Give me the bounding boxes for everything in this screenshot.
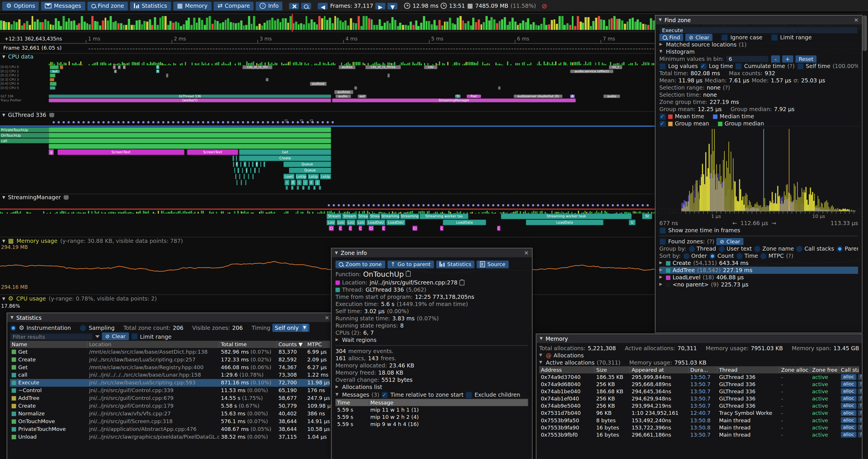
zone[interactable]: LoU: [327, 220, 336, 225]
frame-bar[interactable]: [522, 21, 524, 30]
sample-dot[interactable]: [152, 121, 155, 124]
frame-bar[interactable]: [608, 20, 610, 30]
sample-dot[interactable]: [557, 204, 559, 206]
sample-dot[interactable]: [502, 204, 504, 206]
sample-dot[interactable]: [482, 204, 485, 206]
frame-bar[interactable]: [441, 25, 443, 30]
frame-bar[interactable]: [253, 16, 255, 30]
frame-bar[interactable]: [264, 22, 266, 30]
zone[interactable]: [252, 174, 254, 179]
frame-bar[interactable]: [593, 21, 595, 30]
frame-bar[interactable]: [467, 21, 469, 30]
active-allocations-toggle[interactable]: ▼Active allocations(70,311) Memory usage…: [539, 359, 859, 366]
frame-bar[interactable]: [436, 26, 438, 30]
sample-dot[interactable]: [587, 204, 589, 206]
frame-bar[interactable]: [551, 20, 553, 30]
zone[interactable]: C: [349, 226, 352, 230]
time-relative-checkbox[interactable]: [381, 392, 388, 398]
frame-bar[interactable]: [89, 24, 91, 30]
frame-bar[interactable]: [162, 16, 164, 30]
histogram-bar[interactable]: [773, 203, 774, 211]
zone[interactable]: LoadDaU: [386, 220, 405, 225]
histogram-bar[interactable]: [714, 129, 715, 211]
frame-bar[interactable]: [258, 24, 260, 30]
filter-icon[interactable]: [95, 335, 99, 338]
message-row[interactable]: 5.59 smip 10 w 2 h 2 (4): [336, 413, 528, 421]
frame-bar[interactable]: [504, 17, 506, 30]
frame-bar[interactable]: [222, 22, 224, 30]
copy-icon[interactable]: [460, 280, 465, 285]
frame-bar[interactable]: [365, 16, 367, 30]
histogram-bar[interactable]: [838, 209, 839, 211]
frame-bar[interactable]: [381, 26, 383, 30]
close-icon[interactable]: ✕: [854, 17, 859, 23]
group-by-radio[interactable]: Thread: [688, 245, 716, 252]
frame-bar[interactable]: [81, 16, 83, 30]
sample-dot[interactable]: [232, 121, 235, 124]
sample-dot[interactable]: [562, 204, 564, 206]
memory-usage-header[interactable]: ▼ Memory usage (y-range: 30.88 KB, visib…: [2, 237, 183, 244]
zone[interactable]: LoiUp: [296, 174, 307, 179]
frame-bar[interactable]: [493, 20, 495, 30]
frame-bar[interactable]: [209, 16, 211, 30]
frame-bar[interactable]: [459, 16, 461, 30]
sample-dot[interactable]: [272, 121, 274, 124]
histogram-bar[interactable]: [803, 192, 803, 211]
cpu-zone[interactable]: aut: [358, 94, 367, 98]
frame-bar[interactable]: [298, 24, 300, 30]
zone-info-titlebar[interactable]: ▼Zone info ✕: [332, 248, 532, 257]
zone[interactable]: Queue: [289, 168, 331, 173]
frame-bar[interactable]: [600, 20, 602, 30]
histogram-bar[interactable]: [711, 154, 711, 211]
alloc-callstack-button[interactable]: alloc: [841, 396, 857, 402]
frame-bar[interactable]: [230, 22, 232, 30]
zone[interactable]: E: [309, 180, 314, 185]
histogram-bar[interactable]: [805, 192, 805, 211]
zone[interactable]: [248, 174, 249, 179]
frame-bar[interactable]: [8, 22, 10, 30]
frame-bar[interactable]: [149, 19, 151, 30]
sample-dot[interactable]: [368, 204, 370, 206]
frame-bar[interactable]: [449, 18, 451, 30]
frame-bar[interactable]: [180, 26, 182, 30]
histogram-bar[interactable]: [697, 181, 698, 211]
statistics-row[interactable]: Create jni/../jni/src/guif/Control.cpp:1…: [10, 402, 330, 410]
histogram-bar[interactable]: [808, 205, 809, 211]
histogram-bar[interactable]: [766, 207, 766, 211]
sample-dot[interactable]: [162, 121, 164, 124]
found-zone-group-row[interactable]: ▶ AddTree (18,542) 227.19 ms: [659, 267, 858, 274]
frame-bar[interactable]: [201, 20, 203, 30]
frame-bar[interactable]: [611, 19, 613, 30]
cpu-zone[interactable]: c: [118, 65, 121, 69]
zone[interactable]: [319, 186, 321, 190]
draw-group-checkbox[interactable]: [659, 120, 666, 127]
zone[interactable]: [252, 162, 254, 167]
frame-bar[interactable]: [63, 16, 65, 30]
sample-dot[interactable]: [377, 204, 380, 206]
histogram-bar[interactable]: [816, 205, 817, 211]
sample-dot[interactable]: [316, 121, 319, 124]
cpu-zone[interactable]: StreamingManager: [332, 98, 576, 102]
histogram-bar[interactable]: [688, 201, 688, 211]
histogram-bar[interactable]: [800, 197, 801, 211]
info-button[interactable]: Info: [256, 1, 282, 10]
col-zone-alloc[interactable]: Zone alloc: [779, 366, 811, 373]
sample-dot[interactable]: [542, 204, 544, 206]
ghost-zones-icon[interactable]: [63, 195, 68, 199]
zone-statistics-button[interactable]: Statistics: [436, 260, 475, 268]
zone[interactable]: [239, 174, 240, 179]
cpu-zone[interactable]: [50, 82, 56, 86]
frame-bar[interactable]: [509, 21, 511, 30]
frame-bar[interactable]: [0, 21, 2, 30]
zone[interactable]: call: [0, 138, 50, 143]
zone[interactable]: [240, 162, 241, 167]
histogram-bar[interactable]: [829, 207, 829, 211]
sample-dot[interactable]: [327, 121, 329, 124]
frame-bar[interactable]: [569, 25, 571, 30]
sample-dot[interactable]: [333, 204, 335, 206]
frame-bar[interactable]: [645, 24, 647, 30]
sample-dot[interactable]: [242, 121, 244, 124]
zone[interactable]: [49, 133, 331, 138]
frame-bar[interactable]: [394, 20, 396, 30]
zone[interactable]: [254, 168, 256, 173]
